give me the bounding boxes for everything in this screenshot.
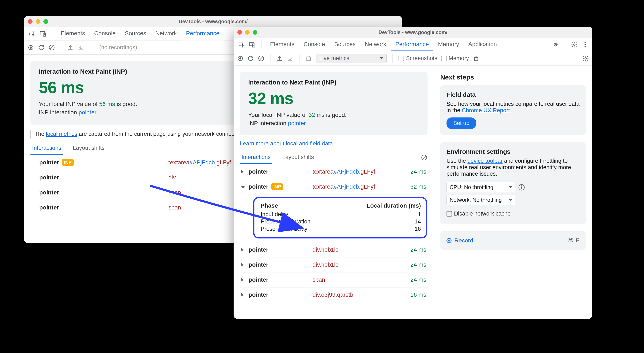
fullscreen-window-button[interactable] xyxy=(253,30,257,35)
close-window-button[interactable] xyxy=(237,30,242,35)
svg-point-18 xyxy=(584,44,586,45)
crux-link[interactable]: Chrome UX Report xyxy=(462,107,510,114)
clear-list-icon[interactable] xyxy=(421,154,428,161)
svg-point-30 xyxy=(521,186,522,186)
record-panel: Record ⌘ E xyxy=(440,231,586,250)
inspect-icon[interactable] xyxy=(29,31,36,37)
window-title: DevTools - www.google.com/ xyxy=(234,30,592,35)
device-toolbar-link[interactable]: device toolbar xyxy=(468,158,502,164)
screenshots-checkbox[interactable]: Screenshots xyxy=(398,55,437,62)
interaction-row[interactable]: pointer INPtextarea#APjFqcb.gLFyf32 ms xyxy=(240,179,428,194)
chevron-right-icon[interactable] xyxy=(241,278,244,282)
tab-network[interactable]: Network xyxy=(360,38,391,51)
tab-console[interactable]: Console xyxy=(90,27,120,40)
interaction-row[interactable]: pointerdiv.o3j99.qarstb16 ms xyxy=(240,287,428,302)
local-metrics-link[interactable]: local metrics xyxy=(46,131,77,137)
chevron-right-icon[interactable] xyxy=(241,263,244,267)
layout-shifts-tab[interactable]: Layout shifts xyxy=(71,142,106,155)
settings-gear-icon[interactable] xyxy=(582,55,589,62)
tab-sources[interactable]: Sources xyxy=(120,27,151,40)
chevron-right-icon[interactable] xyxy=(241,248,244,252)
device-toolbar-icon[interactable] xyxy=(40,31,46,37)
live-metrics-select[interactable]: Live metrics xyxy=(316,54,387,63)
interactions-tab[interactable]: Interactions xyxy=(30,142,63,155)
tab-network[interactable]: Network xyxy=(151,27,182,40)
cpu-throttling-select[interactable]: CPU: No throttling xyxy=(446,182,515,192)
svg-point-17 xyxy=(584,42,586,43)
home-icon[interactable] xyxy=(305,55,312,62)
minimize-window-button[interactable] xyxy=(245,30,250,35)
fullscreen-window-button[interactable] xyxy=(44,19,48,24)
layout-shifts-tab[interactable]: Layout shifts xyxy=(281,151,316,164)
chevron-right-icon[interactable] xyxy=(241,293,244,297)
inp-badge: INP xyxy=(271,183,283,190)
record-button[interactable]: Record xyxy=(446,237,473,244)
kebab-menu-icon[interactable] xyxy=(582,41,588,48)
reload-icon[interactable] xyxy=(247,55,254,62)
learn-more-link[interactable]: Learn more about local and field data xyxy=(240,140,428,147)
perf-toolbar: Live metrics Screenshots Memory xyxy=(234,51,592,66)
environment-panel: Environment settings Use the device tool… xyxy=(440,142,586,224)
disable-cache-checkbox[interactable]: Disable network cache xyxy=(446,210,511,217)
titlebar: DevTools - www.google.com/ xyxy=(24,16,402,27)
download-icon[interactable] xyxy=(77,44,84,51)
tab-performance[interactable]: Performance xyxy=(182,27,224,40)
devtools-tabs: ElementsConsoleSourcesNetworkPerformance… xyxy=(234,38,592,51)
chevron-down-icon[interactable] xyxy=(241,186,245,189)
inp-interaction-link[interactable]: pointer xyxy=(288,120,306,126)
minimize-window-button[interactable] xyxy=(36,19,40,24)
gc-icon[interactable] xyxy=(473,55,480,62)
inp-value: 32 ms xyxy=(248,89,419,108)
chevron-right-icon[interactable] xyxy=(241,170,244,174)
tab-performance[interactable]: Performance xyxy=(391,38,433,51)
svg-point-19 xyxy=(584,46,586,47)
record-dot-icon xyxy=(446,238,452,243)
inp-description: Your local INP value of 32 ms is good. xyxy=(248,112,419,118)
next-steps-heading: Next steps xyxy=(440,74,586,81)
settings-gear-icon[interactable] xyxy=(571,41,578,48)
reload-icon[interactable] xyxy=(38,44,45,51)
download-icon[interactable] xyxy=(287,55,294,62)
inp-interaction-link[interactable]: pointer xyxy=(78,109,96,116)
svg-rect-24 xyxy=(474,57,478,61)
interaction-row[interactable]: pointertextarea#APjFqcb.gLFyf24 ms xyxy=(240,164,428,179)
clear-icon[interactable] xyxy=(48,44,55,51)
memory-checkbox[interactable]: Memory xyxy=(441,55,469,62)
tab-application[interactable]: Application xyxy=(464,38,501,51)
tab-memory[interactable]: Memory xyxy=(433,38,464,51)
svg-line-27 xyxy=(422,156,426,159)
subtabs: Interactions Layout shifts xyxy=(240,151,428,164)
clear-icon[interactable] xyxy=(258,55,264,62)
svg-point-25 xyxy=(585,58,586,59)
environment-heading: Environment settings xyxy=(446,148,580,155)
close-window-button[interactable] xyxy=(28,19,32,24)
inp-card: Interaction to Next Paint (INP) 32 ms Yo… xyxy=(240,72,428,135)
field-data-heading: Field data xyxy=(446,91,580,98)
record-icon[interactable] xyxy=(237,55,244,62)
upload-icon[interactable] xyxy=(67,44,74,51)
svg-line-10 xyxy=(50,46,54,49)
upload-icon[interactable] xyxy=(276,55,283,62)
inspect-icon[interactable] xyxy=(238,41,245,48)
interaction-row[interactable]: pointerspan24 ms xyxy=(240,272,428,287)
phase-breakdown: PhaseLocal duration (ms)Input delay1Proc… xyxy=(253,197,427,238)
info-icon[interactable] xyxy=(518,184,525,191)
record-shortcut: ⌘ E xyxy=(568,237,580,244)
device-toolbar-icon[interactable] xyxy=(249,41,256,48)
interaction-row[interactable]: pointerdiv.hob1lc24 ms xyxy=(240,242,428,257)
record-icon[interactable] xyxy=(28,44,34,51)
inp-interaction-line: INP interaction pointer xyxy=(248,120,419,127)
network-throttling-select[interactable]: Network: No throttling xyxy=(446,195,515,205)
tab-elements[interactable]: Elements xyxy=(56,27,90,40)
interaction-row[interactable]: pointerdiv.hob1lc24 ms xyxy=(240,257,428,272)
svg-point-8 xyxy=(30,47,32,48)
tab-elements[interactable]: Elements xyxy=(266,38,299,51)
field-data-panel: Field data See how your local metrics co… xyxy=(440,85,586,135)
interactions-tab[interactable]: Interactions xyxy=(240,151,272,164)
more-tabs-icon[interactable] xyxy=(552,41,558,48)
titlebar: DevTools - www.google.com/ xyxy=(234,27,592,38)
set-up-button[interactable]: Set up xyxy=(446,117,476,129)
tab-sources[interactable]: Sources xyxy=(330,38,360,51)
inp-badge: INP xyxy=(62,159,74,166)
tab-console[interactable]: Console xyxy=(299,38,330,51)
